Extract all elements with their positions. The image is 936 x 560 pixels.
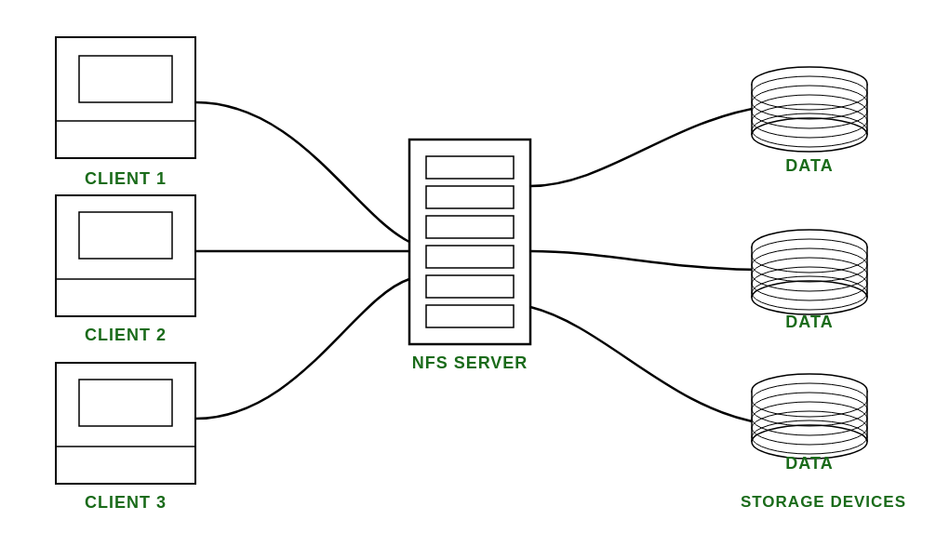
client1-label: CLIENT 1 xyxy=(58,169,194,189)
svg-rect-15 xyxy=(426,305,514,327)
data3-label: DATA xyxy=(763,454,856,473)
data2-label: DATA xyxy=(763,313,856,332)
storage-devices-label: STORAGE DEVICES xyxy=(726,493,921,512)
svg-rect-1 xyxy=(79,56,172,102)
nfs-server-label: NFS SERVER xyxy=(400,353,540,373)
svg-rect-12 xyxy=(426,216,514,238)
svg-rect-13 xyxy=(426,246,514,268)
svg-rect-4 xyxy=(79,212,172,259)
client3-label: CLIENT 3 xyxy=(58,493,194,513)
svg-rect-14 xyxy=(426,275,514,298)
svg-rect-11 xyxy=(426,186,514,208)
svg-rect-7 xyxy=(79,380,172,426)
data1-label: DATA xyxy=(763,156,856,176)
client2-label: CLIENT 2 xyxy=(58,326,194,345)
svg-rect-10 xyxy=(426,156,514,179)
